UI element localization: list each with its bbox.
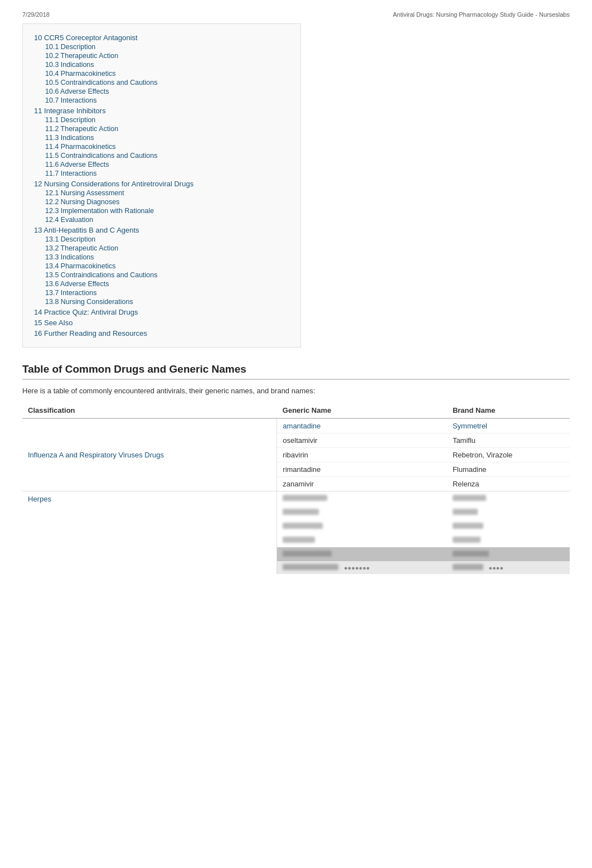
table-row: Influenza A and Respiratory Viruses Drug… [22, 418, 570, 433]
toc-section-13: 13 Anti-Hepatitis B and C Agents 13.1 De… [34, 225, 289, 306]
generic-amantadine[interactable]: amantadine [283, 422, 321, 430]
classification-herpes[interactable]: Herpes [28, 495, 51, 503]
toc-item-11-2[interactable]: 11.2 Therapeutic Action [34, 124, 289, 133]
intro-text: Here is a table of commonly encountered … [22, 387, 570, 395]
table-row-herpes: Herpes [22, 491, 570, 506]
blurred-generic-2 [283, 509, 319, 515]
toc-item-14[interactable]: 14 Practice Quiz: Antiviral Drugs [34, 307, 289, 317]
toc-item-10-2[interactable]: 10.2 Therapeutic Action [34, 51, 289, 60]
toc-item-12[interactable]: 12 Nursing Considerations for Antiretrov… [34, 179, 289, 189]
blurred-brand-2 [453, 509, 478, 515]
blurred-generic-3 [283, 523, 323, 529]
toc-item-16[interactable]: 16 Further Reading and Resources [34, 329, 289, 338]
toc-item-10-3[interactable]: 10.3 Indications [34, 60, 289, 69]
drug-table: Classification Generic Name Brand Name I… [22, 403, 570, 574]
col-header-classification: Classification [22, 403, 277, 418]
toc-item-12-4[interactable]: 12.4 Evaluation [34, 215, 289, 224]
toc-container: 10 CCR5 Coreceptor Antagonist 10.1 Descr… [22, 23, 301, 348]
toc-item-13-7[interactable]: 13.7 Interactions [34, 288, 289, 297]
col-header-generic: Generic Name [277, 403, 447, 418]
generic-zanamivir: zanamivir [283, 480, 314, 488]
toc-section-14: 14 Practice Quiz: Antiviral Drugs [34, 307, 289, 317]
section-heading: Table of Common Drugs and Generic Names [22, 363, 570, 380]
blurred-brand-1 [453, 495, 486, 501]
toc-item-13-4[interactable]: 13.4 Pharmacokinetics [34, 262, 289, 271]
blurred-brand-3 [453, 523, 483, 529]
blurred-brand-4 [453, 537, 481, 543]
blurred-brand-5 [453, 551, 489, 557]
generic-oseltamivir: oseltamivir [283, 436, 317, 445]
toc-section-12: 12 Nursing Considerations for Antiretrov… [34, 179, 289, 224]
toc-item-11-6[interactable]: 11.6 Adverse Effects [34, 160, 289, 169]
toc-item-10-7[interactable]: 10.7 Interactions [34, 96, 289, 105]
blurred-generic-5 [283, 551, 332, 557]
toc-item-10-5[interactable]: 10.5 Contraindications and Cautions [34, 78, 289, 87]
toc-item-11[interactable]: 11 Integrase Inhibitors [34, 106, 289, 115]
toc-item-10-4[interactable]: 10.4 Pharmacokinetics [34, 69, 289, 78]
toc-item-10-6[interactable]: 10.6 Adverse Effects [34, 87, 289, 96]
toc-section-11: 11 Integrase Inhibitors 11.1 Description… [34, 106, 289, 178]
toc-item-13-8[interactable]: 13.8 Nursing Considerations [34, 297, 289, 306]
blurred-generic-1 [283, 495, 327, 501]
toc-item-10[interactable]: 10 CCR5 Coreceptor Antagonist [34, 33, 289, 42]
toc-item-11-3[interactable]: 11.3 Indications [34, 133, 289, 142]
toc-item-12-2[interactable]: 12.2 Nursing Diagnoses [34, 197, 289, 206]
toc-item-11-1[interactable]: 11.1 Description [34, 115, 289, 124]
header-date: 7/29/2018 [22, 11, 50, 18]
brand-symmetrel[interactable]: Symmetrel [453, 422, 487, 430]
toc-item-13-1[interactable]: 13.1 Description [34, 235, 289, 244]
brand-flumadine: Flumadine [453, 465, 487, 474]
toc-section-10: 10 CCR5 Coreceptor Antagonist 10.1 Descr… [34, 33, 289, 105]
col-header-brand: Brand Name [447, 403, 570, 418]
toc-item-10-1[interactable]: 10.1 Description [34, 42, 289, 51]
toc-item-12-1[interactable]: 12.1 Nursing Assessment [34, 189, 289, 197]
toc-item-12-3[interactable]: 12.3 Implementation with Rationale [34, 206, 289, 215]
toc-item-13-5[interactable]: 13.5 Contraindications and Cautions [34, 271, 289, 279]
toc-item-15[interactable]: 15 See Also [34, 318, 289, 327]
blurred-generic-4 [283, 537, 315, 543]
toc-section-16: 16 Further Reading and Resources [34, 329, 289, 338]
toc-item-11-4[interactable]: 11.4 Pharmacokinetics [34, 142, 289, 151]
toc-item-13-2[interactable]: 13.2 Therapeutic Action [34, 244, 289, 253]
blurred-generic-6 [283, 564, 338, 570]
generic-ribavirin: ribavirin [283, 451, 308, 459]
toc-item-11-5[interactable]: 11.5 Contraindications and Cautions [34, 151, 289, 160]
toc-section-15: 15 See Also [34, 318, 289, 327]
toc-item-13-3[interactable]: 13.3 Indications [34, 253, 289, 262]
brand-rebetron: Rebetron, Virazole [453, 451, 512, 459]
classification-influenza[interactable]: Influenza A and Respiratory Viruses Drug… [28, 451, 164, 459]
header-title: Antiviral Drugs: Nursing Pharmacology St… [393, 11, 570, 18]
generic-rimantadine: rimantadine [283, 465, 321, 474]
toc-item-13-6[interactable]: 13.6 Adverse Effects [34, 279, 289, 288]
blurred-brand-6 [453, 564, 483, 570]
brand-tamiflu: Tamiflu [453, 436, 475, 445]
brand-relenza: Relenza [453, 480, 479, 488]
toc-item-11-7[interactable]: 11.7 Interactions [34, 169, 289, 178]
page-header: 7/29/2018 Antiviral Drugs: Nursing Pharm… [22, 11, 570, 18]
toc-item-13[interactable]: 13 Anti-Hepatitis B and C Agents [34, 225, 289, 235]
